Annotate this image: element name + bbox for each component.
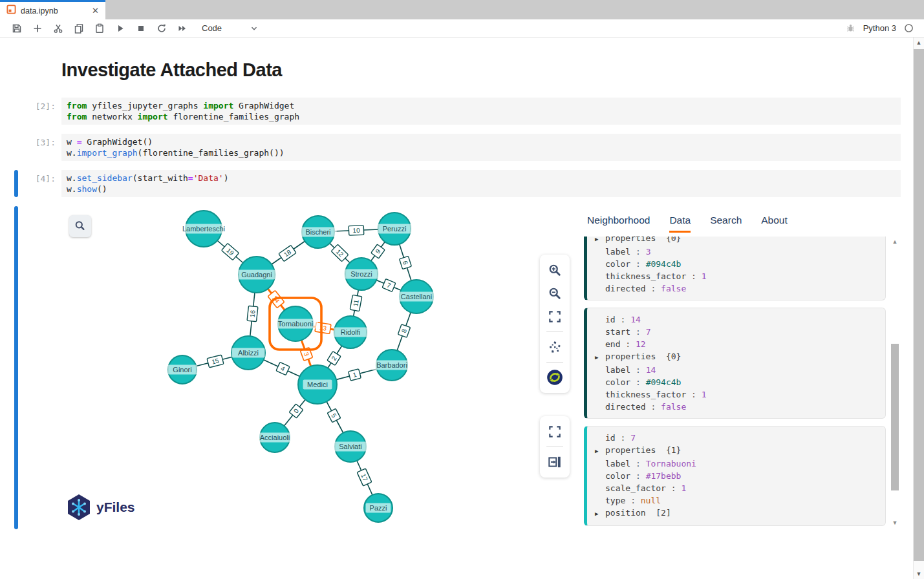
data-card[interactable]: id : 14start : 7end : 12▶properties {0}l… bbox=[584, 308, 886, 419]
edge-label-5[interactable]: 5 bbox=[327, 408, 341, 422]
edge-label-2[interactable]: 2 bbox=[327, 352, 341, 366]
data-card[interactable]: ▶properties {0}label : 3color : #094c4bt… bbox=[584, 237, 886, 300]
edge-label-16[interactable]: 16 bbox=[247, 306, 258, 321]
edge-label-0[interactable]: 0 bbox=[289, 404, 303, 418]
fullscreen-button[interactable] bbox=[544, 421, 566, 443]
graph-node-ginori[interactable]: Ginori bbox=[168, 355, 197, 384]
row-indent bbox=[595, 470, 605, 482]
kernel-name[interactable]: Python 3 bbox=[863, 23, 896, 33]
svg-text:Acciaiuoli: Acciaiuoli bbox=[260, 434, 290, 441]
toggle-sidebar-button[interactable] bbox=[544, 451, 566, 473]
property-key: properties bbox=[605, 444, 656, 458]
graph-node-albizzi[interactable]: Albizzi bbox=[231, 336, 265, 370]
graph-search-button[interactable] bbox=[69, 215, 91, 237]
edge-label-11[interactable]: 11 bbox=[350, 295, 362, 311]
edge-label-4[interactable]: 4 bbox=[276, 362, 290, 375]
stop-button[interactable] bbox=[132, 21, 150, 36]
edge-label-10[interactable]: 10 bbox=[349, 226, 364, 235]
row-indent bbox=[595, 432, 605, 444]
sidebar-tab-about[interactable]: About bbox=[761, 215, 788, 233]
sidebar-scroll-thumb[interactable] bbox=[891, 344, 899, 490]
edge-label-9[interactable]: 9 bbox=[371, 244, 385, 258]
graph-toolbar-extra bbox=[540, 416, 570, 478]
search-icon bbox=[74, 220, 87, 233]
tab-data-ipynb[interactable]: data.ipynb ✕ bbox=[0, 0, 105, 19]
zoom-in-button[interactable] bbox=[544, 259, 566, 281]
debugger-bug-icon[interactable] bbox=[846, 23, 855, 33]
save-button[interactable] bbox=[8, 21, 26, 36]
code-editor[interactable]: w.set_sidebar(start_with='Data')w.show() bbox=[61, 170, 901, 197]
expand-arrow-icon[interactable]: ▶ bbox=[595, 507, 605, 520]
organic-layout-icon bbox=[547, 339, 563, 355]
sidebar-scroll-up-icon[interactable]: ▲ bbox=[890, 238, 899, 245]
cut-button[interactable] bbox=[49, 21, 67, 36]
edge-label-15[interactable]: 15 bbox=[207, 355, 224, 368]
graph-node-acciaiuoli[interactable]: Acciaiuoli bbox=[252, 423, 297, 452]
tab-close-icon[interactable]: ✕ bbox=[92, 6, 99, 16]
execution-count: [2]: bbox=[18, 98, 56, 125]
svg-text:Albizzi: Albizzi bbox=[238, 349, 259, 357]
run-button[interactable] bbox=[111, 21, 129, 36]
cell-type-dropdown[interactable]: Code bbox=[202, 23, 259, 33]
property-row: directed : false bbox=[595, 401, 877, 413]
interactive-layout-button[interactable] bbox=[544, 366, 566, 388]
paste-button[interactable] bbox=[91, 21, 109, 36]
toolbar-buttons bbox=[8, 21, 191, 36]
property-separator bbox=[656, 444, 666, 458]
sidebar-tab-neighborhood[interactable]: Neighborhood bbox=[587, 215, 650, 233]
scroll-down-icon[interactable]: ▼ bbox=[914, 571, 924, 577]
property-value: 1 bbox=[702, 388, 707, 401]
graph-node-guadagni[interactable]: Guadagni bbox=[238, 257, 275, 293]
edge-label-17[interactable]: 17 bbox=[357, 468, 372, 486]
fast-forward-button[interactable] bbox=[173, 21, 191, 36]
graph-canvas[interactable]: 012456789101112151617181931314Lambertesc… bbox=[61, 206, 579, 529]
graph-node-strozzi[interactable]: Strozzi bbox=[345, 258, 378, 290]
code-editor[interactable]: from yfiles_jupyter_graphs import GraphW… bbox=[61, 98, 901, 125]
sidebar-scroll-down-icon[interactable]: ▼ bbox=[890, 520, 899, 526]
graph-node-medici[interactable]: Medici bbox=[298, 365, 337, 404]
graph-node-ridolfi[interactable]: Ridolfi bbox=[334, 316, 367, 348]
data-card[interactable]: id : 7▶properties {1}label : Tornabuonic… bbox=[584, 426, 886, 526]
svg-text:Guadagni: Guadagni bbox=[241, 271, 272, 279]
property-row: label : Tornabuoni bbox=[595, 458, 877, 470]
cut-icon bbox=[53, 23, 63, 34]
scroll-thumb[interactable] bbox=[914, 49, 924, 561]
copy-button[interactable] bbox=[70, 21, 88, 36]
toolbar-divider bbox=[546, 332, 563, 332]
expand-arrow-icon[interactable]: ▶ bbox=[595, 444, 605, 458]
code-cell: [2]:from yfiles_jupyter_graphs import Gr… bbox=[0, 98, 913, 125]
svg-text:Lamberteschi: Lamberteschi bbox=[182, 225, 225, 233]
graph-node-bischeri[interactable]: Bischeri bbox=[299, 216, 336, 248]
row-indent bbox=[595, 246, 605, 258]
sidebar-scrollbar: ▲ ▼ bbox=[890, 238, 899, 526]
expand-arrow-icon[interactable]: ▶ bbox=[595, 237, 605, 246]
tab-title: data.ipynb bbox=[21, 6, 58, 16]
edge-label-7[interactable]: 7 bbox=[382, 279, 396, 292]
property-value: 3 bbox=[646, 246, 651, 258]
scroll-up-icon[interactable]: ▲ bbox=[914, 39, 924, 46]
graph-node-tornabuoni[interactable]: Tornabuoni bbox=[273, 306, 318, 341]
fit-content-button[interactable] bbox=[544, 306, 566, 328]
edge-label-6[interactable]: 6 bbox=[400, 256, 412, 269]
graph-node-peruzzi[interactable]: Peruzzi bbox=[378, 213, 411, 245]
graph-node-lamberteschi[interactable]: Lamberteschi bbox=[177, 211, 230, 247]
add-button[interactable] bbox=[28, 21, 47, 36]
yfiles-branding: yFiles bbox=[67, 494, 135, 521]
restart-button[interactable] bbox=[153, 21, 171, 36]
code-editor[interactable]: w = GraphWidget()w.import_graph(florenti… bbox=[61, 134, 901, 161]
graph-node-pazzi[interactable]: Pazzi bbox=[364, 494, 392, 522]
graph-node-salviati[interactable]: Salviati bbox=[332, 431, 369, 462]
sidebar-tab-search[interactable]: Search bbox=[710, 215, 742, 233]
edge-label-8[interactable]: 8 bbox=[398, 324, 410, 337]
svg-text:10: 10 bbox=[352, 227, 360, 234]
expand-arrow-icon[interactable]: ▶ bbox=[595, 350, 605, 364]
kernel-status-icon[interactable] bbox=[904, 23, 914, 33]
graph-node-castellani[interactable]: Castellani bbox=[394, 280, 439, 313]
sidebar-tab-data[interactable]: Data bbox=[669, 215, 691, 233]
graph-node-barbadori[interactable]: Barbadori bbox=[371, 350, 412, 381]
edge-label-18[interactable]: 18 bbox=[279, 245, 296, 261]
edge-label-1[interactable]: 1 bbox=[349, 369, 361, 381]
property-value: 14 bbox=[646, 364, 656, 376]
zoom-out-button[interactable] bbox=[544, 282, 566, 304]
organic-layout-button[interactable] bbox=[544, 336, 566, 358]
